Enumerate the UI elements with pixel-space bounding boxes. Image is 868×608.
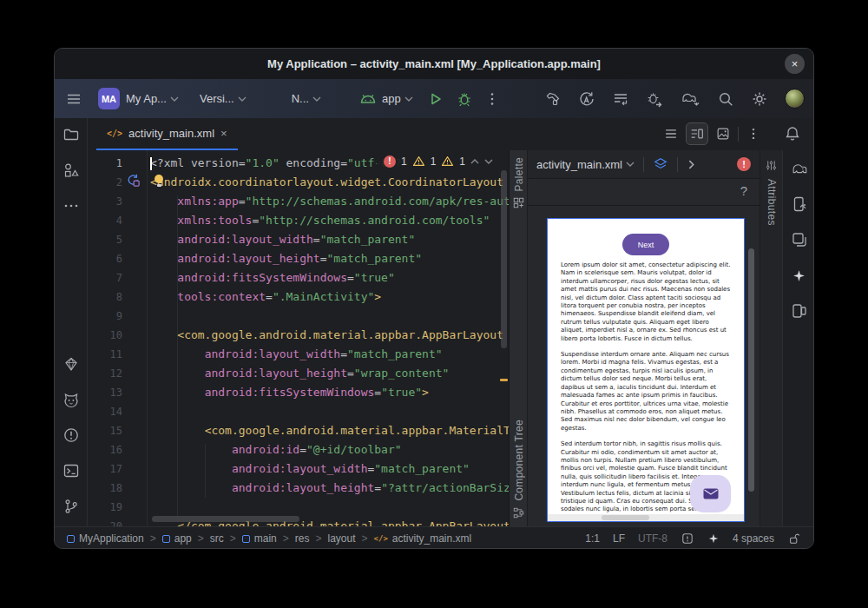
resource-manager-icon[interactable]	[62, 161, 81, 180]
split-view-icon[interactable]	[686, 122, 708, 145]
code-line[interactable]: 13 android:fitsSystemWindows="true">	[88, 383, 509, 402]
tab-close-icon[interactable]: ×	[220, 127, 227, 140]
debug-button[interactable]	[456, 90, 473, 108]
code-line[interactable]: 5 android:layout_width="match_parent"	[88, 230, 509, 249]
warning-stripe-mark[interactable]	[500, 379, 508, 381]
run-configuration[interactable]: app	[359, 92, 413, 105]
search-everywhere-icon[interactable]	[717, 90, 734, 108]
editor-horizontal-scrollbar[interactable]	[152, 516, 299, 522]
tab-options-icon[interactable]	[746, 126, 761, 142]
design-surface[interactable]: Next Lorem ipsum dolor sit amet, consect…	[528, 206, 760, 526]
running-devices-icon[interactable]	[790, 195, 809, 214]
caret-position[interactable]: 1:1	[585, 532, 600, 545]
surface-layers-icon[interactable]	[653, 156, 668, 172]
code-line[interactable]: 7 android:fitsSystemWindows="true"	[88, 268, 509, 287]
build-icon[interactable]	[544, 90, 562, 108]
component-tree-tab[interactable]: Component Tree	[510, 420, 528, 519]
palette-tab[interactable]: Palette	[510, 157, 528, 209]
task-list-icon[interactable]	[612, 90, 629, 108]
attributes-tab[interactable]: Attributes	[760, 150, 782, 526]
breadcrumb-item[interactable]: MyApplication	[67, 532, 144, 545]
expand-chevron-icon[interactable]	[688, 160, 694, 169]
code-line[interactable]: 15 <com.google.android.material.appbar.M…	[88, 421, 509, 440]
app-quality-insights-icon[interactable]	[62, 354, 81, 373]
next-issue-icon[interactable]	[484, 159, 493, 164]
breadcrumb-item[interactable]: </>activity_main.xml	[374, 532, 472, 545]
sparkle-icon[interactable]	[707, 532, 720, 545]
related-file-gutter-icon[interactable]	[126, 173, 141, 188]
preview-scroll-thumb[interactable]	[602, 515, 649, 520]
line-number: 3	[88, 192, 122, 211]
project-widget[interactable]: MA My Ap...	[98, 88, 179, 109]
previous-issue-icon[interactable]	[470, 159, 479, 164]
problems-icon[interactable]	[62, 426, 81, 445]
project-tool-icon[interactable]	[62, 125, 81, 144]
code-line[interactable]: 9	[88, 307, 509, 326]
profiler-icon[interactable]	[646, 90, 663, 108]
line-number: 15	[88, 421, 122, 440]
design-file-dropdown[interactable]: activity_main.xml	[536, 158, 635, 171]
code-lines: 1<?xml version="1.0" encoding="utf-8"?>2…	[88, 154, 509, 526]
module-icon	[242, 535, 250, 543]
main-menu-icon[interactable]	[65, 90, 82, 108]
line-number: 9	[88, 307, 122, 326]
window-close-button[interactable]: ×	[785, 54, 805, 74]
indent-setting[interactable]: 4 spaces	[733, 532, 774, 545]
breadcrumb: MyApplication>app>src>main>res>layout></…	[67, 532, 471, 545]
device-manager-icon[interactable]	[790, 301, 809, 321]
design-error-badge[interactable]: !	[737, 157, 751, 171]
more-actions-icon[interactable]	[483, 90, 501, 108]
preview-next-button[interactable]: Next	[622, 234, 669, 255]
code-line[interactable]: 8 tools:context=".MainActivity">	[88, 287, 509, 307]
code-line[interactable]: 3 xmlns:app="http://schemas.android.com/…	[88, 192, 509, 211]
device-selector[interactable]: N...	[292, 92, 321, 105]
more-tool-windows-icon[interactable]	[62, 196, 81, 215]
code-line[interactable]: 11 android:layout_width="match_parent"	[88, 345, 509, 364]
code-line[interactable]: 18 android:layout_height="?attr/actionBa…	[88, 479, 509, 498]
unlock-icon[interactable]	[787, 532, 801, 545]
line-number: 7	[88, 268, 122, 287]
code-line[interactable]: 10 <com.google.android.material.appbar.A…	[88, 326, 509, 345]
breadcrumb-item[interactable]: layout	[328, 532, 356, 545]
avatar[interactable]	[785, 89, 805, 109]
code-line[interactable]: 2<androidx.coordinatorlayout.widget.Coor…	[88, 173, 509, 192]
gemini-sparkle-icon[interactable]	[790, 266, 809, 285]
run-button[interactable]	[427, 90, 444, 108]
notifications-bell-icon[interactable]	[784, 125, 801, 142]
intention-bulb-icon[interactable]	[154, 175, 164, 187]
logcat-icon[interactable]	[62, 390, 81, 409]
tab-activity-main-xml[interactable]: </> activity_main.xml ×	[96, 118, 238, 150]
code-line[interactable]: 4 xmlns:tools="http://schemas.android.co…	[88, 211, 509, 230]
editor-vertical-scrollbar[interactable]	[501, 170, 507, 348]
code-line[interactable]: 6 android:layout_height="match_parent"	[88, 249, 509, 268]
design-vertical-scrollbar[interactable]	[748, 248, 754, 492]
settings-icon[interactable]	[751, 90, 768, 108]
breadcrumb-item[interactable]: src	[210, 532, 224, 545]
event-log-icon[interactable]	[681, 532, 694, 545]
code-view-icon[interactable]	[663, 126, 679, 142]
build-variants-icon[interactable]	[790, 230, 809, 249]
preview-fab[interactable]	[690, 475, 731, 512]
line-separator[interactable]: LF	[613, 532, 625, 545]
code-line[interactable]: 17 android:layout_width="match_parent"	[88, 459, 509, 479]
preview-paragraph: Lorem ipsum dolor sit amet, consectetur …	[561, 261, 731, 343]
vcs-widget[interactable]: Versi...	[200, 92, 247, 105]
design-view-icon[interactable]	[715, 126, 731, 142]
code-line[interactable]: 19	[88, 498, 509, 517]
gradle-icon[interactable]	[790, 159, 809, 178]
code-line[interactable]: 12 android:layout_height="wrap_content"	[88, 364, 509, 383]
ai-actions-icon[interactable]	[578, 90, 595, 108]
code-line[interactable]: 14	[88, 402, 509, 421]
breadcrumb-item[interactable]: res	[295, 532, 310, 545]
breadcrumb-item[interactable]: app	[162, 532, 192, 545]
gradle-sync-icon[interactable]	[680, 90, 700, 108]
help-icon[interactable]: ?	[740, 183, 747, 198]
code-line[interactable]: 16 android:id="@+id/toolbar"	[88, 440, 509, 459]
inspection-widget[interactable]: ! 1 1 1	[377, 152, 500, 170]
file-encoding[interactable]: UTF-8	[638, 532, 667, 545]
version-control-icon[interactable]	[62, 497, 81, 516]
device-preview[interactable]: Next Lorem ipsum dolor sit amet, consect…	[547, 218, 745, 522]
terminal-icon[interactable]	[62, 461, 81, 480]
code-editor[interactable]: 1<?xml version="1.0" encoding="utf-8"?>2…	[88, 150, 509, 526]
breadcrumb-item[interactable]: main	[242, 532, 277, 545]
